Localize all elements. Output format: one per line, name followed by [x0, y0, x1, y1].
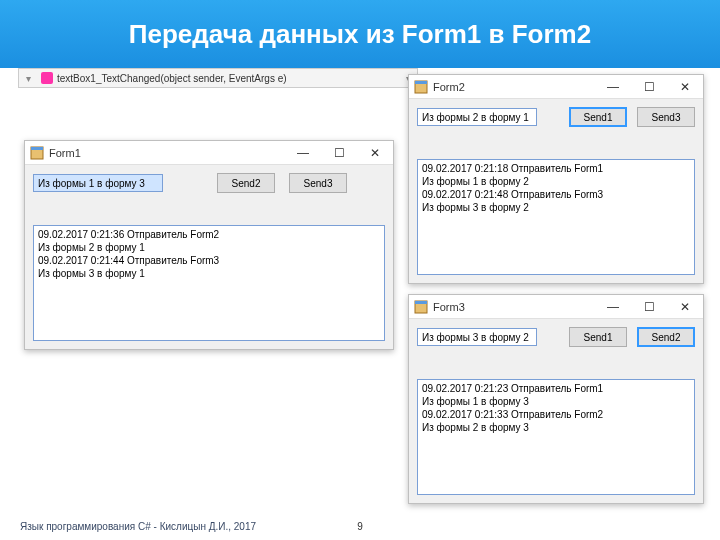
titlebar[interactable]: Form2 — ☐ ✕: [409, 75, 703, 99]
window-title: Form1: [49, 147, 285, 159]
input-message[interactable]: Из формы 3 в форму 2: [417, 328, 537, 346]
page-number: 9: [357, 521, 363, 532]
input-message[interactable]: Из формы 2 в форму 1: [417, 108, 537, 126]
close-button[interactable]: ✕: [667, 295, 703, 319]
log-box[interactable]: 09.02.2017 0:21:18 Отправитель Form1 Из …: [417, 159, 695, 275]
app-icon: [30, 146, 44, 160]
window-form3: Form3 — ☐ ✕ Из формы 3 в форму 2 Send1 S…: [408, 294, 704, 504]
window-form1: Form1 — ☐ ✕ Из формы 1 в форму 3 Send2 S…: [24, 140, 394, 350]
maximize-button[interactable]: ☐: [321, 141, 357, 165]
minimize-button[interactable]: —: [285, 141, 321, 165]
send2-button[interactable]: Send2: [637, 327, 695, 347]
minimize-button[interactable]: —: [595, 295, 631, 319]
minimize-button[interactable]: —: [595, 75, 631, 99]
close-button[interactable]: ✕: [667, 75, 703, 99]
app-icon: [414, 300, 428, 314]
vs-method-name: textBox1_TextChanged(object sender, Even…: [57, 73, 399, 84]
send1-button[interactable]: Send1: [569, 107, 627, 127]
svg-rect-3: [415, 81, 427, 84]
chevron-down-icon: ▾: [19, 73, 37, 84]
vs-method-dropdown[interactable]: ▾ textBox1_TextChanged(object sender, Ev…: [18, 68, 418, 88]
app-icon: [414, 80, 428, 94]
slide-footer: Язык программирования C# - Кислицын Д.И.…: [20, 521, 700, 532]
maximize-button[interactable]: ☐: [631, 75, 667, 99]
titlebar[interactable]: Form1 — ☐ ✕: [25, 141, 393, 165]
maximize-button[interactable]: ☐: [631, 295, 667, 319]
window-title: Form2: [433, 81, 595, 93]
send2-button[interactable]: Send2: [217, 173, 275, 193]
log-box[interactable]: 09.02.2017 0:21:23 Отправитель Form1 Из …: [417, 379, 695, 495]
send3-button[interactable]: Send3: [289, 173, 347, 193]
window-title: Form3: [433, 301, 595, 313]
close-button[interactable]: ✕: [357, 141, 393, 165]
send3-button[interactable]: Send3: [637, 107, 695, 127]
lightning-icon: [41, 72, 53, 84]
window-form2: Form2 — ☐ ✕ Из формы 2 в форму 1 Send1 S…: [408, 74, 704, 284]
input-message[interactable]: Из формы 1 в форму 3: [33, 174, 163, 192]
slide-title: Передача данных из Form1 в Form2: [0, 0, 720, 68]
send1-button[interactable]: Send1: [569, 327, 627, 347]
svg-rect-1: [31, 147, 43, 150]
titlebar[interactable]: Form3 — ☐ ✕: [409, 295, 703, 319]
log-box[interactable]: 09.02.2017 0:21:36 Отправитель Form2 Из …: [33, 225, 385, 341]
footer-text: Язык программирования C# - Кислицын Д.И.…: [20, 521, 256, 532]
svg-rect-5: [415, 301, 427, 304]
